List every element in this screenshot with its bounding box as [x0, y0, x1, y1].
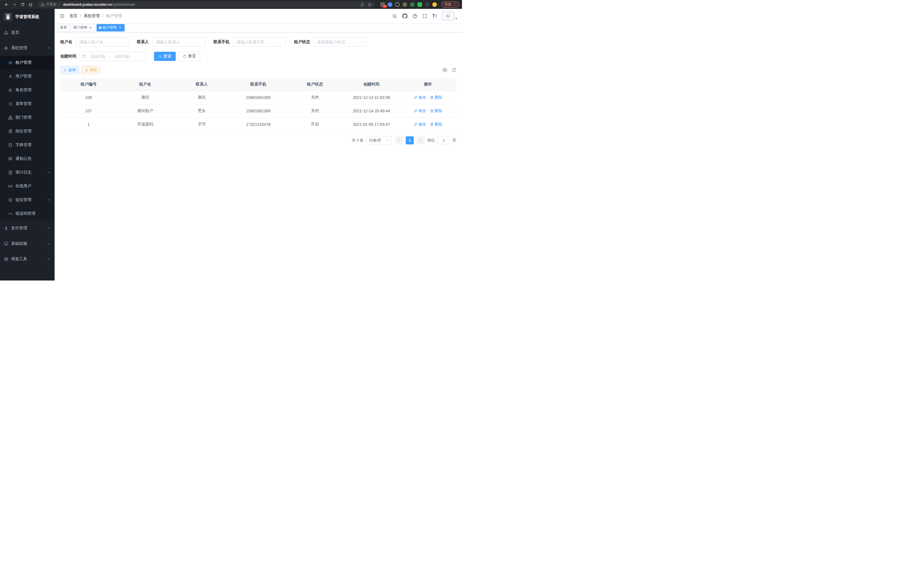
sidebar-item-online-user[interactable]: 在线用户 [0, 179, 55, 193]
tab-dept[interactable]: 部门管理× [71, 24, 95, 32]
close-icon[interactable]: × [88, 26, 93, 30]
app-logo[interactable]: 芋道管理系统 [0, 9, 55, 25]
sidebar-item-notice[interactable]: 通知公告 [0, 152, 55, 165]
edit-button-label: 修改 [418, 122, 426, 127]
search-icon[interactable] [392, 14, 397, 19]
table-body: 108测试测试15601691300关闭2021-12-14 21:02:09修… [60, 91, 456, 131]
breadcrumb-home[interactable]: 首页 [69, 14, 77, 19]
sidebar-item-tenant[interactable]: 租户管理 [0, 56, 55, 69]
cell-actions: 修改删除 [400, 91, 456, 104]
create-time-range[interactable]: - [80, 52, 146, 61]
tab-tenant[interactable]: 租户管理× [97, 24, 124, 32]
share-icon[interactable] [360, 3, 364, 7]
sidebar-item-label: 短信管理 [15, 197, 44, 202]
extension-icon[interactable] [417, 2, 422, 7]
extension-icon[interactable] [388, 2, 392, 7]
sidebar: 芋道管理系统 首页系统管理租户管理用户管理角色管理菜单管理部门管理岗位管理字典管… [0, 9, 55, 281]
toggle-search-icon[interactable] [442, 68, 447, 72]
update-button[interactable]: 更新 [441, 2, 459, 8]
sidebar-item-home[interactable]: 首页 [0, 25, 55, 40]
edit-icon [414, 109, 417, 113]
sidebar-fold-icon[interactable] [59, 13, 65, 19]
sidebar-item-dev-tool[interactable]: 研发工具 [0, 251, 55, 267]
breadcrumb-separator: / [102, 14, 104, 18]
security-label: 不安全 [46, 2, 57, 7]
edit-button[interactable]: 修改 [414, 122, 426, 127]
plus-icon [63, 68, 67, 72]
export-button[interactable]: 导出 [82, 66, 100, 74]
sidebar-item-error-code[interactable]: 错误码管理 [0, 207, 55, 220]
edit-button[interactable]: 修改 [414, 95, 426, 100]
shield-icon [8, 198, 13, 202]
sidebar-item-system[interactable]: 系统管理 [0, 40, 55, 56]
sidebar-item-menu[interactable]: 菜单管理 [0, 97, 55, 111]
refresh-table-icon[interactable] [452, 68, 456, 72]
user-menu[interactable] [442, 12, 458, 20]
avatar[interactable] [442, 12, 454, 20]
end-date-input[interactable] [111, 54, 132, 59]
github-icon[interactable] [402, 14, 407, 19]
home-icon[interactable] [27, 1, 34, 8]
url-text: dashboard.yudao.iocoder.cn/system/tenant [63, 3, 358, 7]
sidebar-item-label: 租户管理 [15, 60, 51, 65]
delete-button-label: 删除 [435, 108, 442, 114]
edit-button[interactable]: 修改 [414, 108, 426, 114]
sidebar-item-infra[interactable]: 基础设施 [0, 236, 55, 251]
start-date-input[interactable] [87, 54, 108, 59]
extension-icon[interactable]: 10 [380, 2, 385, 7]
extension-icon[interactable] [425, 2, 429, 7]
sidebar-item-audit-log[interactable]: 审计日志 [0, 165, 55, 179]
next-page-button[interactable] [417, 136, 424, 144]
user-icon [8, 74, 13, 79]
kebab-menu-icon[interactable] [453, 3, 457, 7]
navbar-actions: TT [392, 12, 458, 20]
back-icon[interactable] [3, 1, 10, 8]
sidebar-item-dict[interactable]: 字典管理 [0, 138, 55, 152]
font-size-icon[interactable]: TT [432, 14, 437, 18]
reload-icon[interactable] [19, 1, 26, 8]
tenant-status-select[interactable] [314, 38, 367, 47]
sidebar-item-post[interactable]: 岗位管理 [0, 124, 55, 138]
phone-input[interactable] [233, 38, 286, 47]
extension-icon[interactable] [395, 2, 400, 7]
cell-phone: 17321315478 [230, 117, 286, 131]
refresh-icon [183, 55, 187, 58]
app-shell: 芋道管理系统 首页系统管理租户管理用户管理角色管理菜单管理部门管理岗位管理字典管… [0, 9, 462, 281]
sidebar-item-sms[interactable]: 短信管理 [0, 193, 55, 207]
tenant-name-input[interactable] [76, 38, 129, 47]
sidebar-item-pay[interactable]: 支付管理 [0, 220, 55, 236]
page-number-button[interactable]: 1 [406, 136, 414, 144]
sidebar-item-role[interactable]: 角色管理 [0, 83, 55, 97]
reset-button[interactable]: 重置 [178, 52, 200, 61]
tenant-status-input[interactable] [314, 38, 367, 47]
contact-label: 联系人 [137, 39, 149, 45]
status-label: 租户状态 [294, 39, 310, 45]
extension-icon[interactable] [403, 2, 407, 7]
contact-input[interactable] [152, 38, 206, 47]
delete-button[interactable]: 删除 [430, 108, 442, 114]
fullscreen-icon[interactable] [423, 14, 427, 18]
prev-page-button[interactable] [395, 136, 403, 144]
filter-row-1: 租户名 联系人 联系手机 租户状态 [60, 38, 456, 47]
breadcrumb-system[interactable]: 系统管理 [84, 14, 100, 19]
tab-home[interactable]: 首页 [57, 24, 69, 32]
delete-button[interactable]: 删除 [430, 122, 442, 127]
page-size-select[interactable]: 10条/页 [366, 136, 392, 144]
export-button-label: 导出 [90, 68, 97, 73]
bookmark-star-icon[interactable] [368, 3, 372, 7]
extension-icon[interactable] [410, 2, 415, 7]
delete-button[interactable]: 删除 [430, 95, 442, 100]
search-button[interactable]: 搜索 [154, 52, 176, 61]
address-bar[interactable]: 不安全 dashboard.yudao.iocoder.cn/system/te… [37, 1, 375, 8]
chevron-down-icon [47, 171, 51, 174]
reset-button-label: 重置 [188, 54, 196, 59]
close-icon[interactable]: × [118, 26, 122, 30]
goto-page-input[interactable] [438, 136, 450, 144]
sidebar-item-dept[interactable]: 部门管理 [0, 111, 55, 124]
question-icon[interactable] [412, 14, 417, 19]
column-header: 创建时间 [343, 78, 400, 91]
extension-icon[interactable] [432, 2, 437, 7]
add-button[interactable]: 新增 [60, 66, 79, 74]
forward-icon[interactable] [11, 1, 18, 8]
sidebar-item-user[interactable]: 用户管理 [0, 69, 55, 83]
